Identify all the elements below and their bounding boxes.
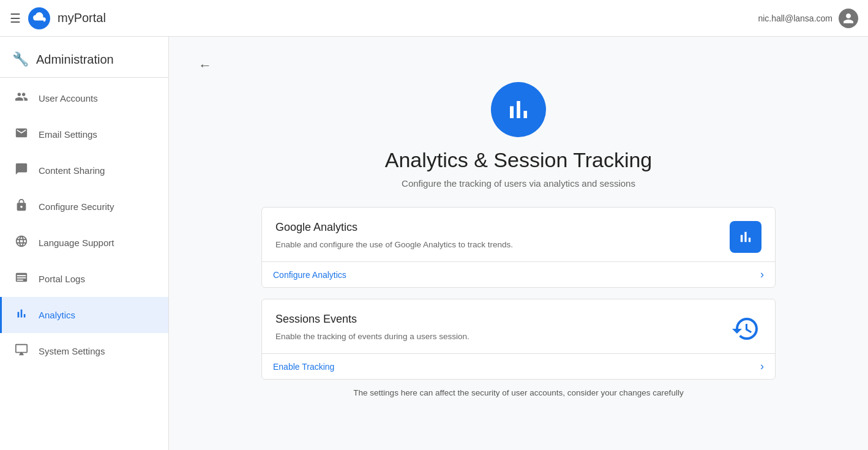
sidebar-item-configure-security[interactable]: Configure Security: [0, 189, 168, 225]
sidebar-item-label-analytics: Analytics: [39, 310, 75, 320]
google-analytics-card-footer[interactable]: Configure Analytics ›: [262, 261, 775, 287]
sidebar-item-label-user-accounts: User Accounts: [39, 93, 98, 103]
lock-icon: [14, 198, 29, 215]
sidebar-item-label-system-settings: System Settings: [39, 346, 105, 356]
google-analytics-card-title: Google Analytics: [275, 221, 717, 234]
google-analytics-card-icon: [730, 221, 761, 253]
app-name: myPortal: [58, 11, 106, 25]
sessions-events-card-description: Enable the tracking of events during a u…: [275, 331, 717, 343]
sidebar-section-title: Administration: [36, 53, 114, 67]
analytics-icon: [14, 307, 29, 323]
back-button[interactable]: ←: [193, 55, 217, 76]
configure-analytics-link[interactable]: Configure Analytics: [273, 270, 346, 280]
header-right: nic.hall@lansa.com: [758, 9, 858, 28]
page-title: Analytics & Session Tracking: [385, 148, 653, 172]
sessions-events-card-body: Sessions Events Enable the tracking of e…: [262, 299, 775, 353]
cards-container: Google Analytics Enable and configure th…: [261, 207, 776, 380]
sessions-events-card-title: Sessions Events: [275, 313, 717, 326]
google-analytics-card-text: Google Analytics Enable and configure th…: [275, 221, 717, 251]
users-icon: [14, 90, 29, 107]
sessions-events-card: Sessions Events Enable the tracking of e…: [261, 299, 776, 380]
clock-refresh-icon: [731, 314, 760, 343]
bar-chart-icon: [737, 228, 754, 246]
sessions-events-card-icon: [730, 313, 761, 345]
warning-text: The settings here can affect the securit…: [353, 388, 683, 397]
cloud-logo-icon: [28, 7, 50, 29]
sessions-events-card-text: Sessions Events Enable the tracking of e…: [275, 313, 717, 343]
enable-tracking-chevron-icon: ›: [760, 360, 764, 373]
page-icon-circle: [491, 82, 546, 137]
header-left: ☰ myPortal: [10, 7, 106, 29]
email-icon: [14, 126, 29, 143]
main-layout: 🔧 Administration User Accounts Email Set…: [0, 37, 868, 450]
user-avatar[interactable]: [839, 9, 858, 28]
google-analytics-card-body: Google Analytics Enable and configure th…: [262, 208, 775, 261]
page-subtitle: Configure the tracking of users via anal…: [402, 178, 635, 189]
enable-tracking-link[interactable]: Enable Tracking: [273, 362, 334, 372]
system-settings-icon: [14, 343, 29, 359]
google-analytics-card: Google Analytics Enable and configure th…: [261, 207, 776, 288]
configure-analytics-chevron-icon: ›: [760, 268, 764, 281]
sidebar: 🔧 Administration User Accounts Email Set…: [0, 37, 169, 450]
sidebar-item-system-settings[interactable]: System Settings: [0, 333, 168, 369]
google-analytics-card-description: Enable and configure the use of Google A…: [275, 239, 717, 251]
main-content: ← Analytics & Session Tracking Configure…: [169, 37, 868, 450]
user-email: nic.hall@lansa.com: [758, 13, 832, 23]
sidebar-item-label-portal-logs: Portal Logs: [39, 274, 85, 284]
sidebar-item-user-accounts[interactable]: User Accounts: [0, 80, 168, 116]
sessions-events-card-footer[interactable]: Enable Tracking ›: [262, 353, 775, 379]
sidebar-section-header: 🔧 Administration: [0, 37, 168, 77]
sidebar-item-analytics[interactable]: Analytics: [0, 297, 168, 333]
sidebar-item-label-email-settings: Email Settings: [39, 129, 97, 140]
sidebar-item-language-support[interactable]: Language Support: [0, 225, 168, 261]
sidebar-item-portal-logs[interactable]: Portal Logs: [0, 261, 168, 297]
sidebar-item-label-language-support: Language Support: [39, 238, 114, 248]
sidebar-item-content-sharing[interactable]: Content Sharing: [0, 152, 168, 189]
sidebar-item-email-settings[interactable]: Email Settings: [0, 116, 168, 152]
globe-icon: [14, 234, 29, 251]
sidebar-item-label-configure-security: Configure Security: [39, 201, 114, 212]
hamburger-menu-icon[interactable]: ☰: [10, 11, 21, 26]
sidebar-item-label-content-sharing: Content Sharing: [39, 165, 105, 176]
top-header: ☰ myPortal nic.hall@lansa.com: [0, 0, 868, 37]
sidebar-divider: [0, 77, 168, 78]
content-sharing-icon: [14, 162, 29, 179]
analytics-page-icon: [504, 95, 533, 124]
wrench-icon: 🔧: [12, 51, 29, 67]
portal-logs-icon: [14, 271, 29, 287]
